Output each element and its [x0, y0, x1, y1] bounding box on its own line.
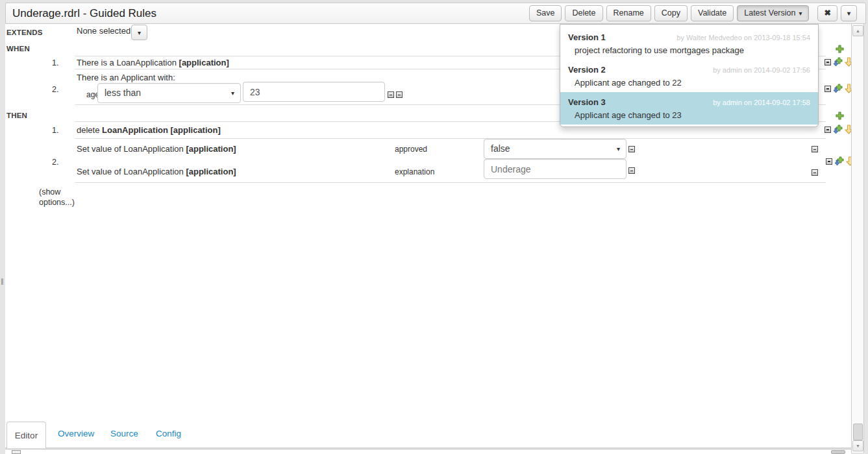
value-input[interactable]	[243, 82, 385, 102]
plus-down-icon	[834, 156, 844, 166]
then-label: THEN	[6, 112, 27, 119]
scroll-down-button[interactable]: ▼	[852, 440, 863, 451]
operator-select-value: less than	[105, 88, 141, 98]
remove-field-button[interactable]	[812, 169, 818, 176]
version-comment: Applicant age changed to 22	[575, 78, 810, 88]
explanation-input[interactable]	[484, 159, 626, 179]
extends-value: None selected	[77, 26, 130, 36]
add-action-button[interactable]	[836, 112, 844, 120]
approved-select-value: false	[491, 143, 510, 154]
pattern-intro: There is an Applicant with:	[77, 73, 175, 82]
tabbar: Editor Overview Source Config	[5, 421, 851, 448]
row-controls	[825, 84, 853, 93]
scrollbar-thumb[interactable]	[853, 424, 863, 440]
divider	[75, 182, 826, 183]
remove-row-button[interactable]	[825, 126, 831, 133]
plus-icon	[836, 112, 844, 120]
tab-config[interactable]: Config	[156, 429, 181, 438]
horizontal-scrollbar[interactable]	[5, 449, 851, 454]
version-title: Version 3	[568, 97, 606, 107]
approved-select[interactable]: false ▾	[484, 139, 626, 159]
scroll-left-button[interactable]	[12, 450, 21, 454]
version-history-dropdown: Version 1 by Walter Medvedeo on 2013-09-…	[560, 24, 819, 127]
remove-field-button[interactable]	[628, 146, 635, 152]
caret-down-icon: ▾	[231, 84, 234, 102]
delete-button[interactable]: Delete	[565, 5, 602, 21]
plus-icon	[836, 45, 844, 53]
row-number: 2.	[52, 85, 58, 94]
scrollbar-thumb[interactable]	[831, 450, 845, 454]
row-number: 1.	[52, 126, 58, 135]
action-text-plain: Set value of LoanApplication	[77, 144, 186, 154]
remove-field-button[interactable]	[388, 91, 394, 98]
action-text: Set value of LoanApplication [applicatio…	[77, 144, 236, 154]
version-item[interactable]: Version 1 by Walter Medvedeo on 2013-09-…	[560, 27, 818, 60]
condition-text[interactable]: There is a LoanApplication [application]	[77, 58, 229, 67]
action-text: Set value of LoanApplication [applicatio…	[77, 167, 236, 176]
when-label: WHEN	[6, 45, 30, 53]
extends-dropdown-button[interactable]: ▾	[131, 25, 147, 40]
caret-down-icon: ▾	[847, 10, 850, 17]
caret-down-icon: ▾	[617, 139, 620, 158]
remove-row-button[interactable]	[826, 158, 832, 165]
tab-source[interactable]: Source	[110, 429, 138, 438]
version-item-selected[interactable]: Version 3 by admin on 2014-09-02 17:58 A…	[560, 92, 818, 125]
version-comment: Applicant age changed to 23	[575, 110, 810, 121]
binding-name: LoanApplication [application]	[102, 125, 221, 135]
action-text-plain: Set value of LoanApplication	[77, 167, 186, 176]
tab-editor[interactable]: Editor	[6, 422, 46, 448]
remove-field-button[interactable]	[812, 146, 818, 152]
rename-button[interactable]: Rename	[606, 5, 651, 21]
caret-down-icon: ▾	[799, 10, 802, 17]
row-controls	[825, 57, 853, 67]
field-label: explanation	[395, 167, 434, 176]
version-meta: by Walter Medvedeo on 2013-09-18 15:54	[676, 34, 810, 42]
binding-name: [application]	[179, 58, 229, 67]
vertical-scrollbar[interactable]: ▲ ▼	[851, 24, 864, 453]
plus-down-icon	[833, 57, 843, 67]
version-item[interactable]: Version 2 by admin on 2014-09-02 17:56 A…	[560, 60, 818, 92]
version-comment: project refactoring to use mortgages pac…	[575, 45, 810, 56]
titlebar: Underage.rdrl - Guided Rules Save Delete…	[5, 3, 866, 24]
version-meta: by admin on 2014-09-02 17:56	[713, 66, 810, 74]
version-selector-label: Latest Version	[744, 8, 795, 18]
remove-row-button[interactable]	[825, 86, 831, 92]
page-title: Underage.rdrl - Guided Rules	[12, 7, 156, 20]
copy-button[interactable]: Copy	[654, 5, 688, 21]
add-condition-button[interactable]	[836, 45, 844, 53]
plus-down-icon	[833, 84, 843, 93]
condition-text-plain: There is a LoanApplication	[77, 58, 179, 67]
splitter-handle[interactable]: ∥	[1, 278, 4, 285]
row-number: 2.	[52, 158, 58, 167]
remove-row-button[interactable]	[825, 59, 831, 66]
version-title: Version 1	[568, 32, 606, 42]
close-button[interactable]: ✖	[817, 5, 837, 21]
tab-overview[interactable]: Overview	[58, 429, 94, 438]
row-number: 1.	[52, 58, 58, 67]
scroll-up-button[interactable]: ▲	[852, 25, 863, 36]
row-controls	[826, 156, 854, 166]
toolbar: Save Delete Rename Copy Validate Latest …	[529, 5, 857, 21]
binding-name: [application]	[186, 144, 236, 154]
show-options-link[interactable]: (show options...)	[39, 187, 77, 208]
binding-name: [application]	[186, 167, 236, 176]
divider	[75, 138, 826, 139]
version-selector-button[interactable]: Latest Version▾	[737, 5, 809, 21]
insert-row-button[interactable]	[833, 125, 843, 134]
operator-select[interactable]: less than ▾	[97, 83, 241, 103]
save-button[interactable]: Save	[529, 5, 562, 21]
version-title: Version 2	[568, 65, 606, 75]
version-meta: by admin on 2014-09-02 17:58	[713, 99, 810, 106]
extends-label: EXTENDS	[6, 29, 43, 36]
insert-row-button[interactable]	[833, 57, 843, 67]
window-menu-button[interactable]: ▾	[841, 5, 857, 21]
insert-row-button[interactable]	[833, 84, 843, 93]
action-text[interactable]: delete LoanApplication [application]	[77, 125, 221, 135]
row-controls	[825, 125, 853, 134]
remove-field-button[interactable]	[396, 91, 403, 98]
caret-down-icon: ▾	[138, 29, 141, 36]
validate-button[interactable]: Validate	[691, 5, 734, 21]
plus-down-icon	[833, 125, 843, 134]
remove-field-button[interactable]	[628, 167, 635, 174]
insert-row-button[interactable]	[834, 156, 844, 166]
